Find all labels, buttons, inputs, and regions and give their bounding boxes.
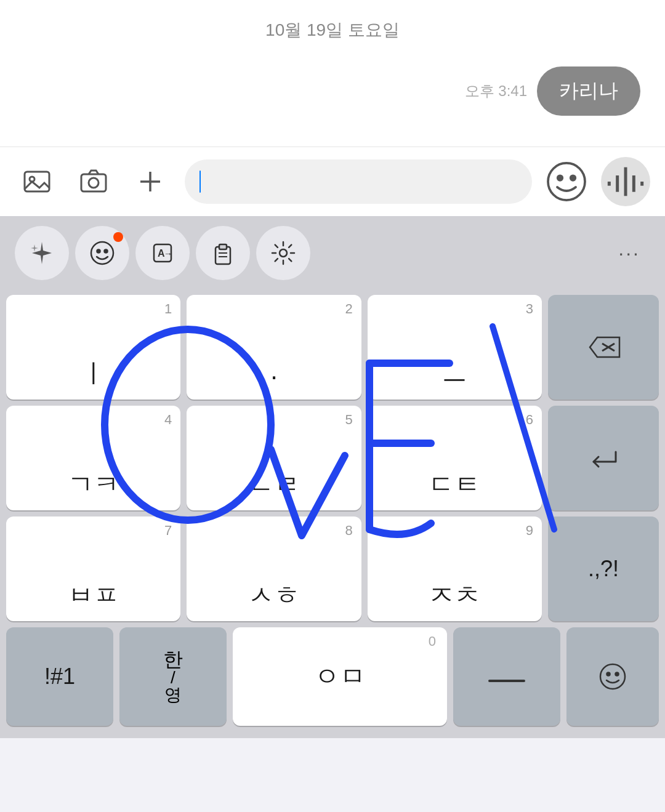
- key-9[interactable]: 9 ㅈㅊ: [368, 517, 542, 621]
- more-button[interactable]: ···: [608, 232, 650, 275]
- key-2[interactable]: 2 ·: [187, 295, 361, 400]
- key-number-1: 1: [164, 301, 172, 317]
- emoji-toolbar-button[interactable]: [75, 226, 129, 280]
- message-row: 오후 3:41 카리나: [0, 66, 665, 116]
- plus-button[interactable]: [128, 159, 172, 204]
- key-1[interactable]: 1 ㅣ: [6, 295, 180, 400]
- key-7[interactable]: 7 ㅂㅍ: [6, 517, 180, 621]
- image-button[interactable]: [15, 159, 59, 204]
- bottom-row: !#1 한 / 영 0 ㅇㅁ: [6, 627, 659, 726]
- delete-key[interactable]: [548, 295, 659, 400]
- emoji-button[interactable]: [544, 159, 589, 204]
- key-label-5: ㄴㄹ: [248, 467, 300, 502]
- key-number-9: 9: [526, 523, 533, 539]
- svg-text:→: →: [164, 249, 172, 259]
- key-number-4: 4: [164, 412, 172, 428]
- key-label-2: ·: [270, 361, 278, 391]
- key-label-7: ㅂㅍ: [68, 578, 119, 613]
- key-row-1: 1 ㅣ 2 · 3 ㅡ: [6, 295, 659, 400]
- sparkle-button[interactable]: [15, 226, 69, 280]
- key-8[interactable]: 8 ㅅㅎ: [187, 517, 361, 621]
- key-4[interactable]: 4 ㄱㅋ: [6, 406, 180, 510]
- key-label-4: ㄱㅋ: [68, 467, 119, 502]
- svg-point-15: [97, 250, 100, 253]
- svg-point-24: [280, 249, 287, 257]
- svg-rect-2: [81, 174, 106, 191]
- message-bubble: 카리나: [537, 66, 640, 116]
- message-time: 오후 3:41: [465, 81, 527, 101]
- svg-point-8: [571, 175, 576, 180]
- key-row-3: 7 ㅂㅍ 8 ㅅㅎ 9 ㅈㅊ .,?!: [6, 517, 659, 621]
- keyboard-area: 1 ㅣ 2 · 3 ㅡ 4 ㄱㅋ 5 ㄴㄹ 6: [0, 290, 665, 738]
- han-eng-label: 한 / 영: [163, 649, 183, 704]
- camera-button[interactable]: [71, 159, 116, 204]
- han-slash: /: [171, 669, 175, 686]
- svg-point-14: [91, 242, 113, 264]
- translate-button[interactable]: A →: [135, 226, 190, 280]
- svg-point-3: [89, 178, 99, 188]
- key-number-5: 5: [345, 412, 352, 428]
- key-label-3: ㅡ: [441, 356, 467, 391]
- han-eng-key[interactable]: 한 / 영: [119, 627, 227, 726]
- punctuation-label: .,?!: [588, 556, 619, 582]
- svg-rect-21: [219, 244, 227, 249]
- key-6[interactable]: 6 ㄷㅌ: [368, 406, 542, 510]
- keyboard-toolbar: A → ···: [0, 216, 665, 290]
- svg-point-7: [558, 175, 563, 180]
- svg-point-30: [616, 673, 619, 676]
- key-number-6: 6: [526, 412, 533, 428]
- key-5[interactable]: 5 ㄴㄹ: [187, 406, 361, 510]
- space-key[interactable]: 0 ㅇㅁ: [233, 627, 447, 726]
- han-bottom: 영: [164, 686, 182, 704]
- key-number-7: 7: [164, 523, 172, 539]
- text-input[interactable]: [185, 159, 532, 204]
- emoji-bottom-key[interactable]: [566, 627, 659, 726]
- input-row: [0, 147, 665, 216]
- svg-point-16: [105, 250, 108, 253]
- key-row-2: 4 ㄱㅋ 5 ㄴㄹ 6 ㄷㅌ: [6, 406, 659, 510]
- key-label-6: ㄷㅌ: [429, 467, 480, 502]
- svg-point-6: [548, 163, 585, 200]
- svg-rect-0: [25, 172, 49, 191]
- svg-point-29: [607, 673, 610, 676]
- punctuation-key[interactable]: .,?!: [548, 517, 659, 621]
- text-cursor: [200, 171, 201, 193]
- key-label-9: ㅈㅊ: [429, 578, 480, 613]
- key-label-1: ㅣ: [81, 356, 107, 391]
- space-number: 0: [429, 633, 436, 649]
- key-number-8: 8: [345, 523, 352, 539]
- key-number-3: 3: [526, 301, 533, 317]
- svg-rect-27: [488, 680, 525, 682]
- han-top: 한: [163, 649, 183, 669]
- voice-button[interactable]: [601, 157, 650, 206]
- key-number-2: 2: [345, 301, 352, 317]
- special-char-key[interactable]: !#1: [6, 627, 113, 726]
- svg-point-28: [600, 664, 625, 689]
- clipboard-button[interactable]: [196, 226, 250, 280]
- special-char-label: !#1: [44, 664, 75, 689]
- notification-dot: [113, 232, 123, 242]
- key-3[interactable]: 3 ㅡ: [368, 295, 542, 400]
- space-label: ㅇㅁ: [314, 659, 366, 694]
- underscore-key[interactable]: [453, 627, 560, 726]
- top-area: 10월 19일 토요일 오후 3:41 카리나: [0, 0, 665, 147]
- enter-key[interactable]: [548, 406, 659, 510]
- date-label: 10월 19일 토요일: [265, 18, 400, 42]
- key-label-8: ㅅㅎ: [248, 578, 300, 613]
- settings-button[interactable]: [256, 226, 310, 280]
